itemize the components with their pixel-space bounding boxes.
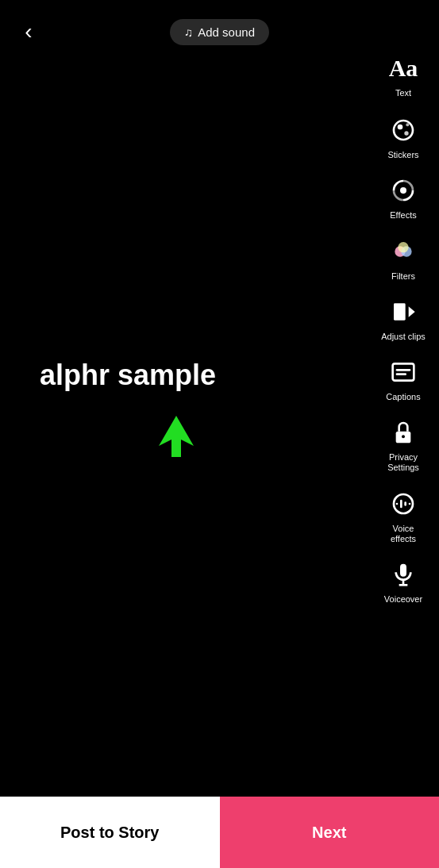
effects-icon xyxy=(386,173,421,208)
sidebar-item-voice-effects[interactable]: Voiceeffects xyxy=(372,482,435,549)
voice-effects-icon xyxy=(386,486,421,521)
sidebar-item-voiceover[interactable]: Voiceover xyxy=(372,552,435,609)
svg-point-13 xyxy=(402,435,405,438)
stickers-icon xyxy=(386,113,421,148)
add-sound-button[interactable]: ♫ Add sound xyxy=(170,19,269,45)
bottom-bar: Post to Story Next xyxy=(0,797,439,868)
sidebar-item-effects[interactable]: Effects xyxy=(372,168,435,225)
svg-rect-11 xyxy=(396,373,406,375)
svg-rect-19 xyxy=(400,564,406,577)
svg-point-0 xyxy=(398,125,403,130)
back-button[interactable]: ‹ xyxy=(13,16,44,48)
add-sound-label: Add sound xyxy=(198,25,255,39)
svg-rect-10 xyxy=(396,369,411,371)
sidebar-item-text[interactable]: Aa Text xyxy=(372,48,435,105)
sidebar-item-captions[interactable]: Captions xyxy=(372,350,435,407)
arrow-indicator xyxy=(159,414,194,461)
svg-point-1 xyxy=(406,124,409,127)
sidebar-item-label: PrivacySettings xyxy=(387,452,419,473)
svg-rect-15 xyxy=(400,499,402,508)
svg-point-6 xyxy=(398,242,408,252)
voiceover-icon xyxy=(386,557,421,592)
sidebar-item-label: Voiceover xyxy=(384,594,422,605)
music-icon: ♫ xyxy=(184,25,193,39)
adjust-clips-icon xyxy=(386,294,421,329)
sidebar-item-label: Effects xyxy=(390,210,416,221)
canvas-area: alphr sample xyxy=(0,0,368,797)
sidebar-item-filters[interactable]: Filters xyxy=(372,229,435,286)
svg-marker-8 xyxy=(409,306,415,317)
svg-point-2 xyxy=(404,132,408,136)
privacy-settings-icon xyxy=(386,415,421,450)
captions-icon xyxy=(386,355,421,390)
svg-rect-16 xyxy=(404,501,406,505)
sidebar-item-stickers[interactable]: Stickers xyxy=(372,108,435,165)
sidebar-item-adjust-clips[interactable]: Adjust clips xyxy=(372,290,435,347)
svg-rect-18 xyxy=(409,502,411,505)
svg-point-3 xyxy=(400,187,406,194)
svg-rect-17 xyxy=(396,502,399,505)
post-to-story-button[interactable]: Post to Story xyxy=(0,797,220,868)
right-sidebar: Aa Text Stickers Effects xyxy=(368,40,439,609)
sidebar-item-label: Stickers xyxy=(387,150,418,160)
sidebar-item-label: Filters xyxy=(391,271,415,282)
text-icon: Aa xyxy=(386,51,421,86)
sidebar-item-label: Adjust clips xyxy=(381,332,426,342)
sample-text: alphr sample xyxy=(40,359,216,392)
svg-rect-7 xyxy=(394,303,406,320)
next-button[interactable]: Next xyxy=(220,797,440,868)
sidebar-item-label: Voiceeffects xyxy=(391,524,416,544)
sidebar-item-label: Text xyxy=(395,88,411,98)
sidebar-item-label: Captions xyxy=(386,392,420,402)
svg-rect-9 xyxy=(393,363,414,380)
svg-marker-22 xyxy=(159,416,194,457)
filters-icon xyxy=(386,234,421,269)
sidebar-item-privacy-settings[interactable]: PrivacySettings xyxy=(372,410,435,478)
